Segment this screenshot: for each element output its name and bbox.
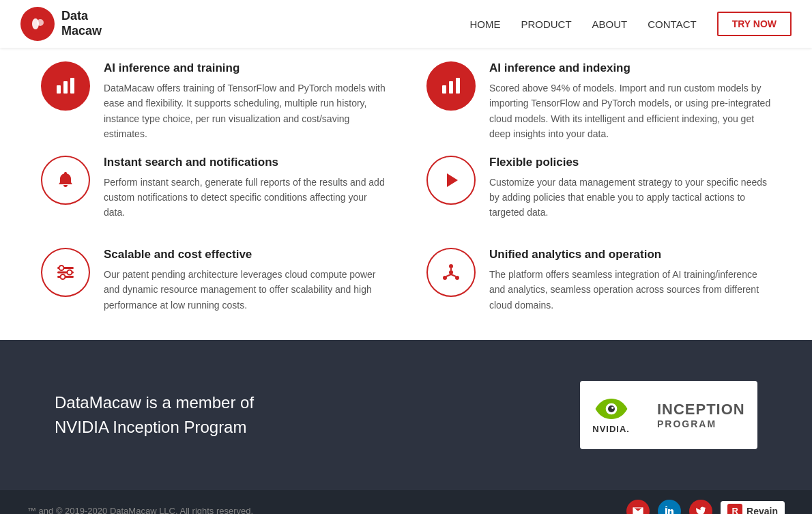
footer-dark: DataMacaw is a member of NVIDIA Inceptio…	[0, 340, 812, 490]
scalable-title: Scalable and cost effective	[104, 248, 386, 261]
unified-analytics-text: Unified analytics and operation The plat…	[489, 248, 771, 313]
svg-line-22	[451, 274, 456, 276]
ai-training-desc: DataMacaw offers training of TensorFlow …	[104, 81, 386, 142]
bar-chart-icon	[55, 76, 76, 96]
svg-rect-6	[442, 85, 446, 94]
nvidia-text: NVIDIA.	[592, 424, 630, 434]
bell-icon	[56, 171, 75, 190]
scalable-text: Scalable and cost effective Our patent p…	[104, 248, 386, 313]
svg-rect-4	[63, 81, 68, 94]
feature-instant-search: Instant search and notifications Perform…	[41, 156, 386, 220]
linkedin-social-icon[interactable]	[658, 500, 681, 514]
svg-rect-5	[70, 78, 74, 94]
ai-indexing-desc: Scored above 94% of models. Import and r…	[489, 81, 771, 142]
svg-point-16	[449, 264, 453, 268]
instant-search-desc: Perform instant search, generate full re…	[104, 175, 386, 220]
nvidia-badge: NVIDIA. INCEPTION PROGRAM	[580, 381, 757, 449]
ai-training-text: AI inference and training DataMacaw offe…	[104, 61, 386, 142]
instant-search-icon-wrap	[41, 156, 90, 205]
nav-product[interactable]: PRODUCT	[521, 18, 571, 30]
network-icon	[441, 263, 461, 282]
feature-ai-training: AI inference and training DataMacaw offe…	[41, 61, 386, 142]
unified-analytics-desc: The platform offers seamless integration…	[489, 267, 771, 313]
try-now-button[interactable]: TRY NOW	[717, 12, 792, 36]
flexible-policies-text: Flexible policies Customize your data ma…	[489, 156, 771, 220]
inception-text: INCEPTION PROGRAM	[657, 401, 745, 429]
inception-label1: INCEPTION	[657, 401, 745, 418]
middle-features-grid: Instant search and notifications Perform…	[41, 156, 771, 313]
svg-point-14	[68, 270, 72, 274]
top-features-row: AI inference and training DataMacaw offe…	[0, 48, 812, 142]
copyright-bar: ™ and © 2019-2020 DataMacaw LLC. All rig…	[0, 490, 812, 514]
svg-rect-7	[449, 81, 453, 94]
unified-analytics-title: Unified analytics and operation	[489, 248, 771, 261]
instant-search-text: Instant search and notifications Perform…	[104, 156, 386, 220]
scalable-desc: Our patent pending architecture leverage…	[104, 267, 386, 313]
nav-about[interactable]: ABOUT	[592, 18, 628, 30]
middle-features-section: Instant search and notifications Perform…	[0, 142, 812, 340]
ai-training-title: AI inference and training	[104, 61, 386, 75]
nvidia-eye-icon	[594, 395, 628, 423]
ai-training-icon-wrap	[41, 61, 90, 111]
nvidia-logo: NVIDIA.	[592, 395, 630, 434]
unified-analytics-icon-wrap	[426, 248, 476, 297]
social-icons: R Revain	[626, 500, 785, 514]
svg-rect-8	[456, 78, 460, 94]
nav-contact[interactable]: CONTACT	[648, 18, 696, 30]
nav-home[interactable]: HOME	[469, 18, 500, 30]
flexible-policies-desc: Customize your data management strategy …	[489, 175, 771, 220]
ai-indexing-text: AI inference and indexing Scored above 9…	[489, 61, 771, 142]
logo-icon	[20, 7, 55, 41]
logo[interactable]: Data Macaw	[20, 7, 102, 41]
ai-indexing-title: AI inference and indexing	[489, 61, 771, 75]
sliders-icon	[56, 263, 75, 282]
footer-membership-text: DataMacaw is a member of NVIDIA Inceptio…	[55, 390, 254, 440]
bar-chart-2-icon	[441, 76, 461, 96]
copyright-text: ™ and © 2019-2020 DataMacaw LLC. All rig…	[27, 506, 253, 514]
flexible-policies-title: Flexible policies	[489, 156, 771, 169]
nav-links: HOME PRODUCT ABOUT CONTACT TRY NOW	[469, 12, 792, 36]
svg-point-24	[608, 405, 615, 412]
email-social-icon[interactable]	[626, 500, 650, 514]
feature-unified-analytics: Unified analytics and operation The plat…	[426, 248, 771, 313]
feature-ai-indexing: AI inference and indexing Scored above 9…	[426, 61, 771, 142]
svg-line-21	[446, 274, 451, 276]
revain-badge[interactable]: R Revain	[721, 501, 785, 514]
twitter-social-icon[interactable]	[689, 500, 712, 514]
instant-search-title: Instant search and notifications	[104, 156, 386, 169]
svg-rect-3	[57, 85, 61, 94]
scalable-icon-wrap	[41, 248, 90, 297]
svg-point-25	[611, 407, 613, 409]
page-content: AI inference and training DataMacaw offe…	[0, 0, 812, 514]
svg-point-15	[61, 274, 66, 279]
ai-indexing-icon-wrap	[426, 61, 476, 111]
feature-flexible-policies: Flexible policies Customize your data ma…	[426, 156, 771, 220]
navbar: Data Macaw HOME PRODUCT ABOUT CONTACT TR…	[0, 0, 812, 48]
play-icon	[441, 171, 461, 190]
revain-label: Revain	[746, 506, 778, 514]
flexible-policies-icon-wrap	[426, 156, 476, 205]
svg-point-2	[37, 19, 44, 26]
svg-point-13	[59, 266, 64, 270]
logo-text: Data Macaw	[61, 9, 102, 38]
inception-label2: PROGRAM	[657, 418, 716, 429]
svg-point-19	[449, 270, 453, 274]
svg-marker-9	[447, 173, 458, 187]
feature-scalable: Scalable and cost effective Our patent p…	[41, 248, 386, 313]
revain-r-icon: R	[727, 504, 742, 514]
